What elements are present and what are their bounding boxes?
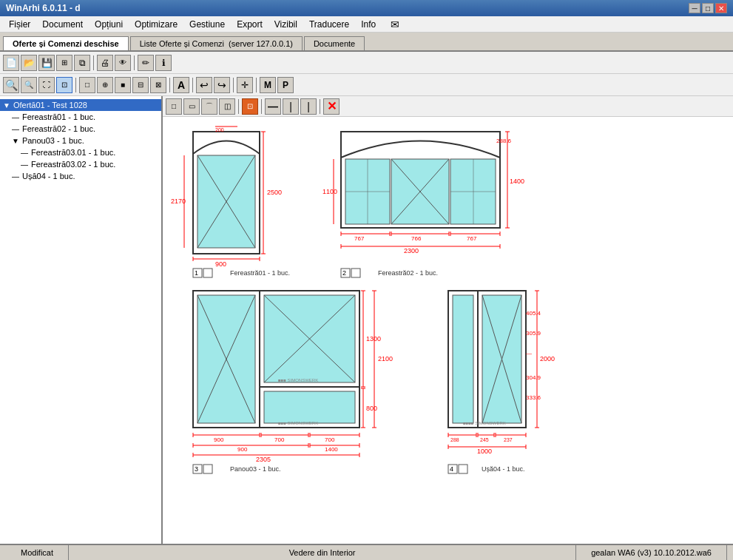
tab-documente[interactable]: Documente bbox=[304, 36, 365, 50]
svg-text:1400: 1400 bbox=[510, 178, 524, 185]
properties-button[interactable]: ℹ bbox=[155, 55, 172, 71]
menu-document[interactable]: Document bbox=[36, 18, 89, 31]
svg-text:900: 900 bbox=[237, 446, 248, 453]
tree-label: Fereastră03.02 - 1 buc. bbox=[31, 160, 115, 169]
drawing-canvas[interactable]: 2500 2170 900 200 1 Fereastr bbox=[163, 117, 733, 544]
draw-close-x[interactable]: ✕ bbox=[323, 98, 340, 115]
new-button[interactable]: 📄 bbox=[3, 55, 19, 71]
redo-button[interactable]: ↪ bbox=[214, 77, 230, 93]
svg-text:1000: 1000 bbox=[477, 448, 492, 455]
sep6 bbox=[233, 78, 234, 92]
svg-text:2100: 2100 bbox=[378, 355, 393, 362]
svg-rect-143 bbox=[459, 465, 467, 473]
svg-text:405.4: 405.4 bbox=[526, 310, 541, 317]
draw-arc[interactable]: ⌒ bbox=[201, 98, 217, 115]
svg-text:237: 237 bbox=[504, 437, 513, 442]
menu-optiuni[interactable]: Opțiuni bbox=[89, 18, 129, 31]
svg-text:200: 200 bbox=[215, 127, 224, 132]
menu-optimizare[interactable]: Optimizare bbox=[129, 18, 183, 31]
svg-text:2170: 2170 bbox=[171, 198, 186, 205]
minimize-button[interactable]: ─ bbox=[689, 3, 700, 13]
draw-special[interactable]: ◫ bbox=[219, 98, 235, 115]
p-button[interactable]: P bbox=[277, 77, 294, 93]
svg-text:766: 766 bbox=[411, 235, 422, 242]
panel-alt-button[interactable]: ⊠ bbox=[150, 77, 166, 93]
tree-fereastra0302[interactable]: — Fereastră03.02 - 1 buc. bbox=[0, 158, 161, 170]
draw-rect-fill[interactable]: ▭ bbox=[183, 98, 200, 115]
tree-fereastra0301[interactable]: — Fereastră03.01 - 1 buc. bbox=[0, 146, 161, 158]
menu-vizibil[interactable]: Vizibil bbox=[268, 18, 303, 31]
window-controls[interactable]: ─ □ ✕ bbox=[689, 3, 727, 13]
menu-traducere[interactable]: Traducere bbox=[303, 18, 355, 31]
text-button[interactable]: A bbox=[173, 77, 189, 93]
m-button[interactable]: M bbox=[260, 77, 276, 93]
grid-button[interactable]: ⊞ bbox=[56, 55, 72, 71]
svg-text:288.6: 288.6 bbox=[496, 138, 512, 144]
draw-pipe-v[interactable]: | bbox=[300, 98, 317, 115]
status-view-text: Vedere din Interior bbox=[289, 548, 356, 557]
svg-text:2500: 2500 bbox=[267, 189, 282, 196]
svg-text:4: 4 bbox=[450, 465, 453, 473]
draw-rect-outline[interactable]: □ bbox=[166, 98, 182, 115]
zoom-out-button[interactable]: 🔍 bbox=[21, 77, 37, 93]
svg-rect-66 bbox=[264, 391, 355, 423]
svg-text:767: 767 bbox=[467, 235, 477, 242]
edit-button[interactable]: ✏ bbox=[138, 55, 154, 71]
sep4 bbox=[169, 78, 170, 92]
tab-oferte-comenzi[interactable]: Oferte și Comenzi deschise bbox=[3, 36, 129, 50]
menu-fisier[interactable]: Fișier bbox=[3, 18, 36, 31]
close-button[interactable]: ✕ bbox=[715, 3, 727, 13]
svg-text:305.9: 305.9 bbox=[526, 330, 541, 337]
toolbar-row1: 📄 📂 💾 ⊞ ⧉ 🖨 👁 ✏ ℹ bbox=[0, 52, 733, 74]
svg-text:■■■■ SIMONSWERK: ■■■■ SIMONSWERK bbox=[463, 421, 506, 425]
draw-pipe-h[interactable]: | bbox=[283, 98, 299, 115]
maximize-button[interactable]: □ bbox=[702, 3, 714, 13]
draw-minus[interactable]: — bbox=[265, 98, 281, 115]
zoom-in-button[interactable]: 🔍 bbox=[3, 77, 19, 93]
sep7 bbox=[256, 78, 257, 92]
tree-label: Panou03 - 1 buc. bbox=[22, 136, 84, 145]
arrow-icon: — bbox=[21, 149, 28, 157]
crosshair-button[interactable]: ✛ bbox=[237, 77, 253, 93]
tab-liste-oferte[interactable]: Liste Oferte și Comenzi (server 127.0.0.… bbox=[130, 36, 303, 50]
select-rect-button[interactable]: □ bbox=[79, 77, 95, 93]
draw-toolbar: □ ▭ ⌒ ◫ ⊡ — | | ✕ bbox=[163, 96, 733, 117]
tree-panou03[interactable]: ▼ Panou03 - 1 buc. bbox=[0, 135, 161, 146]
tree-label: Fereastră01 - 1 buc. bbox=[22, 112, 95, 121]
zoom-fit-button[interactable]: ⛶ bbox=[38, 77, 55, 93]
svg-text:900: 900 bbox=[214, 436, 224, 443]
svg-text:―: ― bbox=[526, 350, 532, 357]
svg-text:1400: 1400 bbox=[325, 446, 338, 453]
move-button[interactable]: ⊕ bbox=[97, 77, 113, 93]
svg-text:700: 700 bbox=[325, 436, 335, 443]
sep5 bbox=[192, 78, 193, 92]
print-button[interactable]: 🖨 bbox=[97, 55, 113, 71]
svg-text:700: 700 bbox=[274, 436, 285, 443]
tree-usa04[interactable]: — Ușă04 - 1 buc. bbox=[0, 170, 161, 182]
tree-oferta01[interactable]: ▼ Ofertă01 - Test 1028 bbox=[0, 99, 161, 111]
zoom-window-button[interactable]: ⊡ bbox=[56, 77, 72, 93]
tree-fereastra02[interactable]: — Fereastră02 - 1 buc. bbox=[0, 123, 161, 135]
tree-label: Ofertă01 - Test 1028 bbox=[13, 101, 87, 109]
sep9 bbox=[261, 99, 262, 114]
open-button[interactable]: 📂 bbox=[21, 55, 37, 71]
svg-text:2300: 2300 bbox=[404, 247, 419, 254]
menu-info[interactable]: Info bbox=[355, 18, 382, 31]
menu-gestiune[interactable]: Gestiune bbox=[183, 18, 231, 31]
tree-fereastra01[interactable]: — Fereastră01 - 1 buc. bbox=[0, 111, 161, 123]
svg-text:Fereastră01 - 1 buc.: Fereastră01 - 1 buc. bbox=[230, 269, 290, 277]
fill-dark-button[interactable]: ■ bbox=[115, 77, 131, 93]
menu-email-icon[interactable]: ✉ bbox=[385, 17, 405, 32]
copy-button[interactable]: ⧉ bbox=[74, 55, 90, 71]
svg-rect-55 bbox=[351, 269, 360, 277]
save-button[interactable]: 💾 bbox=[38, 55, 55, 71]
menu-export[interactable]: Export bbox=[231, 18, 268, 31]
panels-button[interactable]: ⊟ bbox=[132, 77, 149, 93]
status-profile-text: gealan WA6 (v3) 10.10.2012.wa6 bbox=[591, 548, 712, 557]
preview-button[interactable]: 👁 bbox=[115, 55, 131, 71]
arrow-icon: — bbox=[12, 125, 19, 133]
draw-panel-sel[interactable]: ⊡ bbox=[242, 98, 258, 115]
undo-button[interactable]: ↩ bbox=[196, 77, 212, 93]
sep1 bbox=[93, 55, 94, 70]
svg-text:2305: 2305 bbox=[256, 456, 271, 463]
